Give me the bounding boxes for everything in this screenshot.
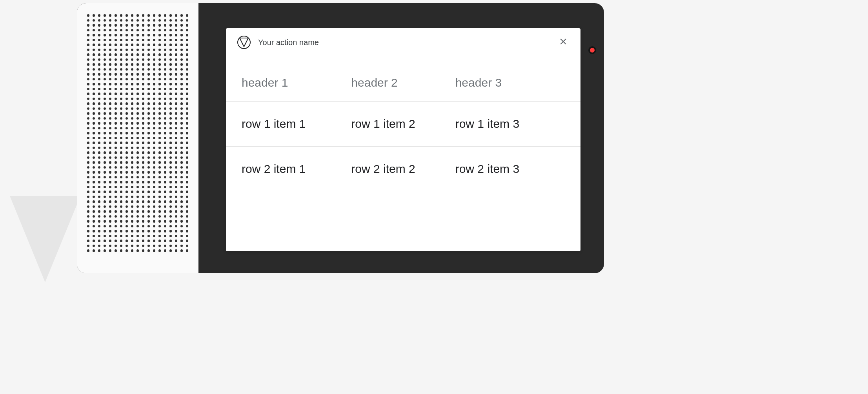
display-screen: Your action name header 1 header 2 heade… [198, 3, 604, 273]
table-cell: row 1 item 2 [351, 117, 455, 131]
table-row: row 2 item 1 row 2 item 2 row 2 item 3 [226, 147, 580, 191]
card-title: Your action name [258, 38, 319, 47]
card-header: Your action name [226, 28, 580, 56]
smart-display-device: Your action name header 1 header 2 heade… [77, 3, 604, 273]
column-header: header 3 [455, 76, 565, 89]
table-header-row: header 1 header 2 header 3 [226, 56, 580, 102]
table-cell: row 2 item 1 [242, 162, 351, 176]
speaker-grille [86, 14, 190, 262]
close-icon [558, 36, 568, 48]
column-header: header 2 [351, 76, 455, 89]
table-cell: row 1 item 3 [455, 117, 565, 131]
table-cell: row 1 item 1 [242, 117, 351, 131]
device-stand-shadow [10, 196, 80, 282]
app-logo-icon [237, 35, 251, 49]
close-button[interactable] [557, 36, 570, 49]
action-card: Your action name header 1 header 2 heade… [226, 28, 580, 251]
table-cell: row 2 item 3 [455, 162, 565, 176]
table-cell: row 2 item 2 [351, 162, 455, 176]
camera-indicator [590, 48, 595, 53]
table-row: row 1 item 1 row 1 item 2 row 1 item 3 [226, 102, 580, 147]
speaker-panel [77, 3, 198, 273]
data-table: header 1 header 2 header 3 row 1 item 1 … [226, 56, 580, 191]
column-header: header 1 [242, 76, 351, 89]
